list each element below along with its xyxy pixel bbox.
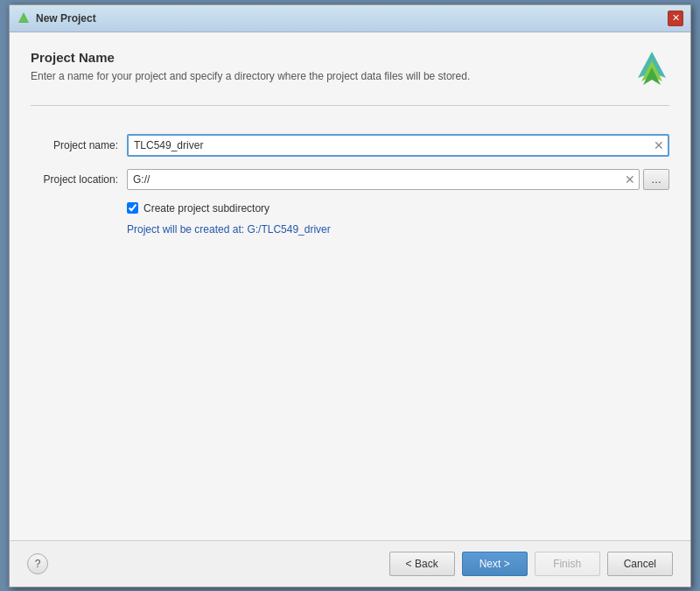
project-location-clear-button[interactable]: ✕	[621, 172, 639, 187]
window-icon	[17, 11, 31, 25]
window-title: New Project	[36, 12, 96, 25]
help-button[interactable]: ?	[27, 553, 48, 574]
project-name-label: Project name:	[31, 139, 127, 151]
project-location-row: Project location: ✕ …	[31, 169, 669, 190]
footer-left: ?	[27, 553, 48, 574]
create-subdirectory-checkbox[interactable]	[127, 202, 138, 214]
close-button[interactable]: ✕	[668, 11, 683, 26]
page-title: Project Name	[31, 50, 470, 65]
title-bar: New Project ✕	[10, 5, 690, 32]
project-name-clear-button[interactable]: ✕	[650, 137, 668, 153]
project-name-row: Project name: ✕	[31, 134, 669, 157]
back-button[interactable]: < Back	[389, 552, 455, 576]
project-location-label: Project location:	[31, 173, 127, 186]
footer-right: < Back Next > Finish Cancel	[389, 552, 673, 576]
form-section: Project name: ✕ Project location: ✕ … Cr…	[31, 127, 669, 243]
cancel-button[interactable]: Cancel	[607, 552, 673, 576]
header-section: Project Name Enter a name for your proje…	[31, 50, 669, 106]
create-subdirectory-row: Create project subdirectory	[127, 202, 669, 215]
dialog-content: Project Name Enter a name for your proje…	[10, 32, 690, 540]
page-description: Enter a name for your project and specif…	[31, 70, 470, 82]
new-project-dialog: New Project ✕ Project Name Enter a name …	[9, 4, 691, 587]
project-name-input[interactable]	[129, 136, 650, 155]
title-bar-left: New Project	[17, 11, 96, 25]
next-button[interactable]: Next >	[462, 552, 528, 576]
project-path-display: Project will be created at: G:/TLC549_dr…	[127, 223, 669, 236]
browse-button[interactable]: …	[643, 169, 669, 190]
project-location-input[interactable]	[128, 170, 621, 189]
header-text: Project Name Enter a name for your proje…	[31, 50, 470, 82]
project-name-input-wrapper: ✕	[127, 134, 669, 157]
dialog-footer: ? < Back Next > Finish Cancel	[10, 540, 690, 587]
logo-icon	[634, 50, 669, 91]
project-location-input-wrapper: ✕	[127, 169, 640, 190]
create-subdirectory-label[interactable]: Create project subdirectory	[144, 202, 270, 215]
finish-button: Finish	[535, 552, 600, 576]
svg-marker-1	[19, 14, 28, 22]
